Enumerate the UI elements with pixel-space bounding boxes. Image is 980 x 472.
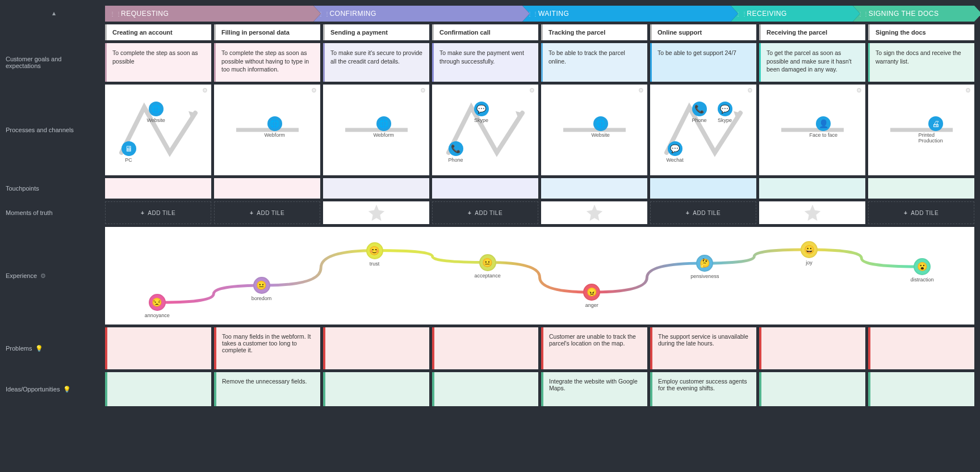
process-cell[interactable]: ⚙🌐Website🖥PC <box>105 85 211 175</box>
emotion-boredom[interactable]: 😐 <box>253 277 270 294</box>
moment-star[interactable] <box>323 201 429 224</box>
process-cell[interactable]: ⚙🌐Webform <box>214 85 320 175</box>
gear-icon[interactable]: ⚙ <box>529 87 535 94</box>
goal-card[interactable]: To make sure it's secure to provide all … <box>323 43 429 82</box>
row-label-moments: Moments of truth <box>6 201 102 224</box>
goal-card[interactable]: To complete the step as soon as possible <box>105 43 211 82</box>
moment-star[interactable] <box>759 201 865 224</box>
goal-card[interactable]: To be able to get support 24/7 <box>650 43 756 82</box>
gear-icon[interactable]: ⚙ <box>311 87 317 94</box>
touchpoint-card[interactable] <box>323 178 429 199</box>
experience-chart[interactable]: 😒annoyance😐boredom😊trust😐acceptance😠ange… <box>105 227 974 324</box>
idea-card[interactable] <box>759 372 865 406</box>
row-label-processes: Processes and channels <box>6 85 102 175</box>
goal-card[interactable]: To complete the step as soon as possible… <box>214 43 320 82</box>
problem-card[interactable]: Too many fields in the webform. It takes… <box>214 327 320 369</box>
gear-icon[interactable]: ⚙ <box>420 87 426 94</box>
problem-card[interactable] <box>759 327 865 369</box>
phase-confirming[interactable]: ⋮⋮CONFIRMING <box>313 6 522 22</box>
problem-card[interactable] <box>868 327 974 369</box>
bulb-icon[interactable]: 💡 <box>63 386 71 393</box>
problem-card[interactable]: The support service is unavailable durin… <box>650 327 756 369</box>
process-zig: 🌐Website🖥PC <box>116 99 201 161</box>
idea-card[interactable] <box>868 372 974 406</box>
gear-icon[interactable]: ⚙ <box>638 87 644 94</box>
goal-card[interactable]: To sign the docs and receive the warrant… <box>868 43 974 82</box>
phase-row: ⋮⋮REQUESTING⋮⋮CONFIRMING⋮⋮WAITING⋮⋮RECEI… <box>105 6 974 22</box>
process-cell[interactable]: ⚙🌐Webform <box>323 85 429 175</box>
process-cell[interactable]: ⚙🌐Website <box>541 85 647 175</box>
problem-card[interactable] <box>432 327 538 369</box>
emotion-label: pensiveness <box>690 273 719 279</box>
gear-icon[interactable]: ⚙ <box>965 87 971 94</box>
process-zig: 📞Phone💬Wechat💬Skype <box>661 99 746 161</box>
phase-label: WAITING <box>538 10 569 18</box>
add-tile-button[interactable]: +ADD TILE <box>868 201 974 224</box>
phase-label: RECEIVING <box>747 10 787 18</box>
step-header[interactable]: Confirmation call <box>432 24 538 40</box>
phase-signing-the-docs[interactable]: ⋮⋮SIGNING THE DOCS <box>853 6 974 22</box>
touchpoint-card[interactable] <box>759 178 865 199</box>
collapse-caret[interactable]: ▴ <box>6 6 102 22</box>
add-tile-button[interactable]: +ADD TILE <box>650 201 756 224</box>
plus-icon: + <box>904 210 907 216</box>
touchpoint-card[interactable] <box>214 178 320 199</box>
phase-waiting[interactable]: ⋮⋮WAITING <box>522 6 731 22</box>
channel-icon: 💬 <box>668 141 682 156</box>
problem-card[interactable]: Customer are unable to track the parcel'… <box>541 327 647 369</box>
add-tile-button[interactable]: +ADD TILE <box>432 201 538 224</box>
touchpoint-card[interactable] <box>541 178 647 199</box>
step-header[interactable]: Receiving the parcel <box>759 24 865 40</box>
plus-icon: + <box>250 210 253 216</box>
step-header[interactable]: Creating an account <box>105 24 211 40</box>
gear-icon[interactable]: ⚙ <box>40 272 46 280</box>
process-cell[interactable]: ⚙🖨Printed Production <box>868 85 974 175</box>
emotion-distraction[interactable]: 😮 <box>914 258 931 275</box>
goal-card[interactable]: To be able to track the parcel online. <box>541 43 647 82</box>
step-header[interactable]: Sending a payment <box>323 24 429 40</box>
touchpoint-card[interactable] <box>650 178 756 199</box>
step-header[interactable]: Tracking the parcel <box>541 24 647 40</box>
process-cell[interactable]: ⚙💬Skype📞Phone <box>432 85 538 175</box>
grip-icon[interactable]: ⋮⋮ <box>110 11 122 17</box>
emotion-annoyance[interactable]: 😒 <box>149 294 166 311</box>
idea-card[interactable]: Remove the unnecessary fields. <box>214 372 320 406</box>
touchpoint-card[interactable] <box>105 178 211 199</box>
channel-icon: 🌐 <box>376 116 391 131</box>
touchpoint-card[interactable] <box>868 178 974 199</box>
idea-card[interactable] <box>432 372 538 406</box>
step-header[interactable]: Signing the docs <box>868 24 974 40</box>
goal-card[interactable]: To get the parcel as soon as possible an… <box>759 43 865 82</box>
problem-card[interactable] <box>323 327 429 369</box>
idea-card[interactable]: Employ customer success agents for the e… <box>650 372 756 406</box>
idea-card[interactable] <box>323 372 429 406</box>
process-cell[interactable]: ⚙📞Phone💬Wechat💬Skype <box>650 85 756 175</box>
step-header[interactable]: Online support <box>650 24 756 40</box>
emotion-joy[interactable]: 😀 <box>801 241 818 258</box>
phase-receiving[interactable]: ⋮⋮RECEIVING <box>731 6 852 22</box>
add-tile-button[interactable]: +ADD TILE <box>105 201 211 224</box>
problem-card[interactable] <box>105 327 211 369</box>
channel-website: 🌐Website <box>592 116 610 138</box>
phase-requesting[interactable]: ⋮⋮REQUESTING <box>105 6 313 22</box>
emotion-acceptance[interactable]: 😐 <box>479 254 496 271</box>
process-cell[interactable]: ⚙👤Face to face <box>759 85 865 175</box>
moment-star[interactable] <box>541 201 647 224</box>
idea-card[interactable] <box>105 372 211 406</box>
gear-icon[interactable]: ⚙ <box>747 87 753 94</box>
touchpoint-card[interactable] <box>432 178 538 199</box>
plus-icon: + <box>468 210 471 216</box>
goal-card[interactable]: To make sure the payment went through su… <box>432 43 538 82</box>
channel-phone: 📞Phone <box>692 102 707 123</box>
gear-icon[interactable]: ⚙ <box>202 87 208 94</box>
phase-label: SIGNING THE DOCS <box>869 10 939 18</box>
gear-icon[interactable]: ⚙ <box>856 87 862 94</box>
emotion-trust[interactable]: 😊 <box>366 242 383 259</box>
idea-card[interactable]: Integrate the website with Google Maps. <box>541 372 647 406</box>
step-header[interactable]: Filling in personal data <box>214 24 320 40</box>
channel-webform: 🌐Webform <box>265 116 285 138</box>
bulb-icon[interactable]: 💡 <box>35 345 43 352</box>
add-tile-button[interactable]: +ADD TILE <box>214 201 320 224</box>
channel-face to face: 👤Face to face <box>810 116 838 138</box>
emotion-label: trust <box>370 261 380 267</box>
